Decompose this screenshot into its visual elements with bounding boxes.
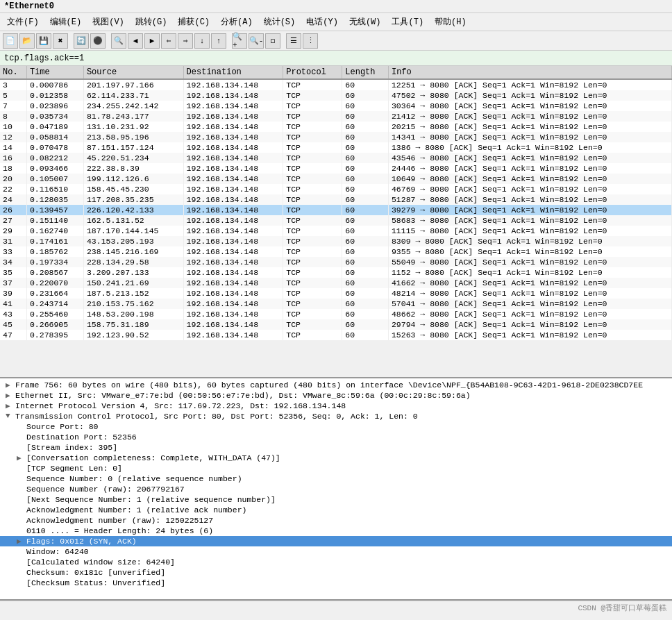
toolbar-forward[interactable]: ▶: [144, 33, 160, 49]
table-row[interactable]: 470.278395192.123.90.52192.168.134.148TC…: [0, 330, 672, 340]
table-row[interactable]: 310.17416143.153.205.193192.168.134.148T…: [0, 236, 672, 246]
menu-item[interactable]: 跳转(G): [131, 15, 171, 29]
table-row[interactable]: 160.08221245.220.51.234192.168.134.148TC…: [0, 153, 672, 163]
toolbar-search[interactable]: 🔍: [111, 33, 126, 49]
menu-item[interactable]: 分析(A): [217, 15, 257, 29]
table-row[interactable]: 260.139457226.120.42.133192.168.134.148T…: [0, 205, 672, 215]
detail-child-row[interactable]: Window: 64240: [0, 546, 672, 557]
menu-item[interactable]: 编辑(E): [46, 15, 86, 29]
menu-item[interactable]: 统计(S): [260, 15, 300, 29]
detail-child-row[interactable]: ▶[Conversation completeness: Complete, W…: [0, 453, 672, 463]
toolbar-nav2[interactable]: ⇒: [178, 33, 193, 49]
toolbar-back[interactable]: ◀: [128, 33, 143, 49]
table-row[interactable]: 140.07047887.151.157.124192.168.134.148T…: [0, 142, 672, 153]
toolbar-capture[interactable]: ⚫: [90, 33, 106, 49]
table-cell: 0.208567: [26, 267, 83, 278]
table-cell: 0.035734: [26, 111, 83, 122]
detail-child-row[interactable]: Checksum: 0x181c [unverified]: [0, 567, 672, 578]
table-cell: TCP: [283, 90, 342, 101]
toolbar-save[interactable]: 💾: [36, 33, 51, 49]
col-no[interactable]: No.: [0, 66, 26, 79]
table-row[interactable]: 100.047189131.10.231.92192.168.134.148TC…: [0, 122, 672, 132]
table-row[interactable]: 430.255460148.53.200.198192.168.134.148T…: [0, 309, 672, 319]
table-cell: 0.197334: [26, 257, 83, 267]
filter-bar[interactable]: [0, 51, 672, 66]
detail-child-row[interactable]: Destination Port: 52356: [0, 432, 672, 442]
table-row[interactable]: 350.2085673.209.207.133192.168.134.148TC…: [0, 267, 672, 278]
table-cell: 226.120.42.133: [83, 205, 183, 215]
table-row[interactable]: 240.128035117.208.35.235192.168.134.148T…: [0, 194, 672, 205]
table-cell: 3: [0, 79, 26, 90]
detail-row[interactable]: ▶Ethernet II, Src: VMware_e7:7e:bd (00:5…: [0, 390, 672, 401]
detail-child-row[interactable]: Source Port: 80: [0, 421, 672, 432]
col-source[interactable]: Source: [83, 66, 183, 79]
detail-panel[interactable]: ▶Frame 756: 60 bytes on wire (480 bits),…: [0, 378, 672, 601]
table-row[interactable]: 290.162740187.170.144.145192.168.134.148…: [0, 226, 672, 236]
detail-text: Source Port: 80: [26, 422, 99, 431]
table-row[interactable]: 70.023896234.255.242.142192.168.134.148T…: [0, 101, 672, 111]
col-length[interactable]: Length: [342, 66, 389, 79]
detail-child-row[interactable]: Sequence Number (raw): 2067792167: [0, 484, 672, 494]
detail-child-row[interactable]: Acknowledgment number (raw): 1250225127: [0, 515, 672, 526]
table-row[interactable]: 50.01235862.114.233.71192.168.134.148TCP…: [0, 90, 672, 101]
col-protocol[interactable]: Protocol: [283, 66, 342, 79]
toolbar-open[interactable]: 📂: [19, 33, 35, 49]
toolbar-nav3[interactable]: ↓: [194, 33, 210, 49]
menu-item[interactable]: 帮助(H): [430, 15, 471, 29]
menu-item[interactable]: 捕获(C): [174, 15, 214, 29]
packet-list[interactable]: No. Time Source Destination Protocol Len…: [0, 66, 672, 378]
table-row[interactable]: 370.220070150.241.21.69192.168.134.148TC…: [0, 278, 672, 288]
col-time[interactable]: Time: [26, 66, 83, 79]
table-cell: 0.278395: [26, 330, 83, 340]
table-cell: 60: [342, 246, 389, 257]
table-row[interactable]: 410.243714210.153.75.162192.168.134.148T…: [0, 299, 672, 309]
table-row[interactable]: 270.151140162.5.131.52192.168.134.148TCP…: [0, 215, 672, 226]
table-row[interactable]: 30.000786201.197.97.166192.168.134.148TC…: [0, 79, 672, 90]
detail-child-row[interactable]: ▶Flags: 0x012 (SYN, ACK): [0, 536, 672, 546]
toolbar-zoom-out[interactable]: 🔍-: [249, 33, 264, 49]
packet-tbody: 30.000786201.197.97.166192.168.134.148TC…: [0, 79, 672, 340]
detail-child-row[interactable]: Acknowledgment Number: 1 (relative ack n…: [0, 505, 672, 515]
toolbar-zoom-in[interactable]: 🔍+: [232, 33, 247, 49]
detail-child-row[interactable]: [Next Sequence Number: 1 (relative seque…: [0, 494, 672, 505]
detail-child-row[interactable]: [Calculated window size: 64240]: [0, 557, 672, 567]
table-row[interactable]: 120.058814213.58.95.196192.168.134.148TC…: [0, 132, 672, 142]
table-row[interactable]: 80.03573481.78.243.177192.168.134.148TCP…: [0, 111, 672, 122]
table-row[interactable]: 180.093466222.38.8.39192.168.134.148TCP6…: [0, 163, 672, 174]
col-info[interactable]: Info: [388, 66, 671, 79]
table-row[interactable]: 200.105007199.112.126.6192.168.134.148TC…: [0, 174, 672, 184]
detail-row[interactable]: ▶Internet Protocol Version 4, Src: 117.6…: [0, 401, 672, 411]
detail-row[interactable]: ▼Transmission Control Protocol, Src Port…: [0, 411, 672, 421]
table-row[interactable]: 450.266905158.75.31.189192.168.134.148TC…: [0, 319, 672, 330]
table-row[interactable]: 330.185762238.145.216.169192.168.134.148…: [0, 246, 672, 257]
detail-row[interactable]: ▶Frame 756: 60 bytes on wire (480 bits),…: [0, 380, 672, 390]
toolbar-columns[interactable]: ⋮: [303, 33, 318, 49]
detail-child-row[interactable]: [TCP Segment Len: 0]: [0, 463, 672, 474]
detail-child-row[interactable]: [Stream index: 395]: [0, 442, 672, 453]
detail-child-row[interactable]: Sequence Number: 0 (relative sequence nu…: [0, 474, 672, 484]
detail-child-row[interactable]: [Checksum Status: Unverified]: [0, 578, 672, 588]
table-cell: 0.058814: [26, 132, 83, 142]
menu-item[interactable]: 文件(F): [3, 15, 43, 29]
filter-input[interactable]: [4, 53, 668, 63]
menu-item[interactable]: 无线(W): [345, 15, 385, 29]
toolbar-new[interactable]: 📄: [3, 33, 18, 49]
table-row[interactable]: 390.231664187.5.213.152192.168.134.148TC…: [0, 288, 672, 299]
table-row[interactable]: 340.197334228.134.29.58192.168.134.148TC…: [0, 257, 672, 267]
menu-item[interactable]: 电话(Y): [302, 15, 342, 29]
table-cell: 213.58.95.196: [83, 132, 183, 142]
toolbar-zoom-fit[interactable]: ◻: [265, 33, 280, 49]
col-destination[interactable]: Destination: [183, 66, 283, 79]
table-cell: 1152 → 8080 [ACK] Seq=1 Ack=1 Win=8192 L…: [388, 267, 671, 278]
toolbar-nav1[interactable]: ⇐: [161, 33, 176, 49]
table-row[interactable]: 220.116510158.45.45.230192.168.134.148TC…: [0, 184, 672, 194]
toolbar-reload[interactable]: 🔄: [74, 33, 89, 49]
table-cell: TCP: [283, 194, 342, 205]
menu-item[interactable]: 工具(T): [387, 15, 428, 29]
toolbar-close[interactable]: ✖: [53, 33, 68, 49]
table-cell: 131.10.231.92: [83, 122, 183, 132]
detail-child-row[interactable]: 0110 .... = Header Length: 24 bytes (6): [0, 526, 672, 536]
toolbar-nav4[interactable]: ↑: [211, 33, 226, 49]
menu-item[interactable]: 视图(V): [88, 15, 128, 29]
toolbar-list[interactable]: ☰: [286, 33, 301, 49]
